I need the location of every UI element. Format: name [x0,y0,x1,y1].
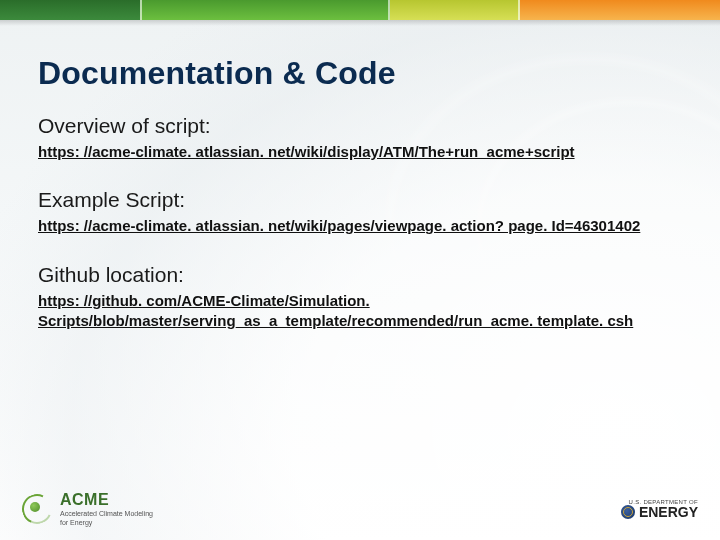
slide-title: Documentation & Code [38,55,682,92]
acme-logo: ACME Accelerated Climate Modeling for En… [22,492,153,526]
acme-tagline-2: for Energy [60,519,153,526]
top-accent-bar [0,0,720,20]
accent-seg-3 [390,0,520,20]
accent-seg-4 [520,0,720,20]
footer: ACME Accelerated Climate Modeling for En… [22,492,698,526]
section-heading-github: Github location: [38,263,682,287]
link-github[interactable]: https: //github. com/ACME-Climate/Simula… [38,291,682,332]
acme-word: ACME [60,492,153,508]
acme-logo-text: ACME Accelerated Climate Modeling for En… [60,492,153,526]
doe-seal-icon [621,505,635,519]
energy-logo: U.S. DEPARTMENT OF ENERGY [621,499,698,519]
section-heading-overview: Overview of script: [38,114,682,138]
link-overview[interactable]: https: //acme-climate. atlassian. net/wi… [38,142,682,162]
content-area: Documentation & Code Overview of script:… [38,55,682,357]
accent-seg-1 [0,0,140,20]
accent-seg-2 [140,0,390,20]
acme-tagline-1: Accelerated Climate Modeling [60,510,153,517]
section-heading-example: Example Script: [38,188,682,212]
acme-logo-icon [22,494,52,524]
slide: Documentation & Code Overview of script:… [0,0,720,540]
doe-word: ENERGY [639,505,698,519]
link-example[interactable]: https: //acme-climate. atlassian. net/wi… [38,216,682,236]
doe-word-row: ENERGY [621,505,698,519]
